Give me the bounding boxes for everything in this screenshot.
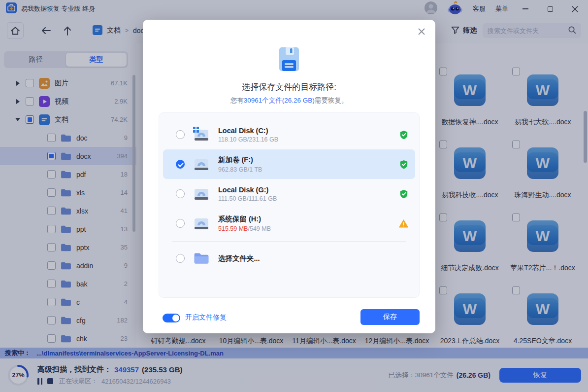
radio-selected[interactable]	[176, 160, 185, 169]
disk-size: 111.50 GB/111.61 GB	[218, 195, 277, 202]
shield-ok-icon	[399, 189, 408, 199]
save-button[interactable]: 保存	[360, 309, 420, 325]
disk-name: 系统保留 (H:)	[218, 214, 271, 224]
radio-unselected[interactable]	[176, 254, 185, 263]
destination-list: Local Disk (C:) 118.10 GB/231.16 GB 新加卷 …	[159, 112, 420, 298]
disk-option-h[interactable]: 系统保留 (H:) 515.59 MB/549 MB	[163, 209, 415, 238]
choose-folder-option[interactable]: 选择文件夹...	[163, 245, 415, 272]
disk-name: Local Disk (G:)	[218, 186, 277, 194]
app-window: 易我数据恢复 专业版 终身 客服 菜单	[0, 0, 588, 392]
choose-folder-label: 选择文件夹...	[218, 254, 260, 263]
list-divider	[172, 241, 406, 242]
disk-name: Local Disk (C:)	[218, 127, 278, 135]
folder-select-icon	[193, 250, 210, 266]
disk-total-space: /549 MB	[248, 225, 271, 232]
disk-option-c[interactable]: Local Disk (C:) 118.10 GB/231.16 GB	[163, 120, 415, 149]
subtitle-highlight: 30961个文件(26.26 GB)	[244, 97, 315, 104]
save-floppy-icon	[275, 45, 303, 75]
shield-ok-icon	[399, 130, 408, 140]
dialog-title: 选择保存文件的目标路径:	[143, 81, 435, 93]
warning-icon	[399, 219, 408, 228]
disk-name: 新加卷 (F:)	[218, 155, 262, 165]
dialog-subtitle: 您有30961个文件(26.26 GB)需要恢复。	[143, 96, 435, 105]
disk-size: 962.83 GB/1 TB	[218, 166, 262, 173]
disk-option-f[interactable]: 新加卷 (F:) 962.83 GB/1 TB	[163, 149, 415, 179]
radio-unselected[interactable]	[176, 189, 185, 198]
file-repair-toggle[interactable]	[163, 314, 180, 322]
disk-size: 118.10 GB/231.16 GB	[218, 136, 278, 143]
drive-icon	[193, 215, 210, 231]
radio-unselected[interactable]	[176, 219, 185, 228]
drive-icon	[193, 156, 210, 172]
radio-unselected[interactable]	[176, 130, 185, 139]
dialog-close-icon[interactable]	[417, 27, 426, 36]
drive-icon	[193, 186, 210, 202]
disk-free-space: 515.59 MB	[218, 225, 248, 232]
save-destination-dialog: 选择保存文件的目标路径: 您有30961个文件(26.26 GB)需要恢复。 L…	[143, 20, 435, 333]
subtitle-post: 需要恢复。	[315, 97, 348, 104]
disk-size: 515.59 MB/549 MB	[218, 225, 271, 232]
subtitle-pre: 您有	[230, 97, 244, 104]
file-repair-label: 开启文件修复	[185, 313, 227, 322]
disk-option-g[interactable]: Local Disk (G:) 111.50 GB/111.61 GB	[163, 179, 415, 209]
drive-icon-windows	[193, 127, 210, 143]
shield-ok-icon	[399, 160, 408, 169]
